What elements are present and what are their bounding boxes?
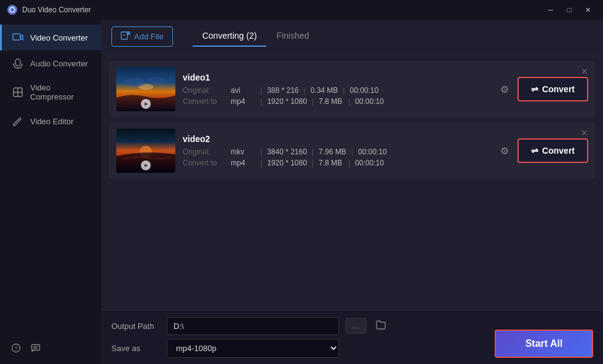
- minimize-button[interactable]: ─: [543, 4, 559, 16]
- convert-to-label-2: Convert to: [183, 159, 226, 167]
- main-layout: Video Converter Audio Converter Video: [0, 20, 603, 364]
- bottom-bar: Output Path ... Save as mp4-1080pmp4-720…: [102, 310, 603, 364]
- file1-duration: 00:00:10: [349, 86, 378, 95]
- file1-out-resolution: 1920 * 1080: [267, 97, 307, 106]
- file1-format: avi: [231, 86, 255, 95]
- tab-finished[interactable]: Finished: [266, 26, 319, 47]
- sidebar-item-video-compressor[interactable]: Video Compressor: [0, 76, 102, 108]
- convert-icon-1: ⇌: [531, 84, 538, 94]
- sidebar-label-video-converter: Video Converter: [30, 33, 88, 42]
- convert-label-1: Convert: [542, 84, 575, 94]
- file1-out-format: mp4: [231, 97, 255, 106]
- output-path-row: Output Path ...: [111, 317, 489, 335]
- play-button-video2[interactable]: ▶: [141, 160, 151, 170]
- settings-button-file1[interactable]: ⚙: [498, 81, 511, 98]
- thumbnail-video2: ▶: [116, 129, 175, 173]
- save-as-label: Save as: [111, 344, 161, 353]
- file1-info: video1 Original: avi | 388 * 216 | 0.34 …: [183, 73, 490, 106]
- audio-converter-icon: [12, 57, 24, 69]
- file2-format: mkv: [231, 148, 255, 156]
- file1-actions: ⚙ ⇌ Convert: [498, 77, 588, 101]
- file2-size: 7.96 MB: [319, 148, 346, 156]
- convert-button-file1[interactable]: ⇌ Convert: [517, 77, 588, 101]
- file2-out-resolution: 1920 * 1080: [267, 159, 307, 167]
- video-compressor-icon: [12, 86, 24, 98]
- file2-out-duration: 00:00:10: [355, 159, 384, 167]
- svg-rect-1: [13, 34, 20, 40]
- sidebar-item-audio-converter[interactable]: Audio Converter: [0, 50, 102, 76]
- svg-point-18: [124, 78, 146, 87]
- settings-button-file2[interactable]: ⚙: [498, 143, 511, 159]
- original-label-2: Original:: [183, 148, 226, 156]
- add-file-button[interactable]: Add File: [111, 26, 173, 47]
- file2-duration: 00:00:10: [358, 148, 387, 156]
- bottom-left: Output Path ... Save as mp4-1080pmp4-720…: [111, 317, 489, 358]
- file1-original-row: Original: avi | 388 * 216 | 0.34 MB | 00…: [183, 86, 490, 95]
- file2-original-row: Original: mkv | 3840 * 2160 | 7.96 MB | …: [183, 148, 490, 156]
- folder-button[interactable]: [373, 317, 389, 335]
- file1-out-duration: 00:00:10: [355, 97, 384, 106]
- convert-label-2: Convert: [542, 146, 575, 156]
- file1-size: 0.34 MB: [311, 86, 338, 95]
- close-button[interactable]: ✕: [580, 4, 596, 16]
- sidebar-label-video-compressor: Video Compressor: [30, 83, 92, 101]
- sidebar-bottom: ?: [0, 339, 102, 364]
- save-as-row: Save as mp4-1080pmp4-720pmp4-480pavi-108…: [111, 339, 489, 358]
- titlebar-left: Duo Video Converter: [7, 5, 91, 15]
- svg-rect-9: [32, 345, 40, 350]
- tabs: Converting (2) Finished: [193, 26, 319, 47]
- file1-name: video1: [183, 73, 490, 82]
- start-all-button[interactable]: Start All: [495, 330, 593, 358]
- list-item: ✕: [109, 61, 596, 117]
- svg-point-19: [147, 77, 166, 84]
- dots-button[interactable]: ...: [345, 318, 367, 334]
- window-controls: ─ □ ✕: [543, 4, 596, 16]
- sidebar-item-video-converter[interactable]: Video Converter: [0, 25, 102, 50]
- file2-name: video2: [183, 134, 490, 144]
- tab-converting[interactable]: Converting (2): [193, 26, 267, 47]
- convert-button-file2[interactable]: ⇌ Convert: [517, 138, 588, 163]
- close-file2-button[interactable]: ✕: [578, 127, 591, 138]
- file2-actions: ⚙ ⇌ Convert: [498, 138, 588, 163]
- file1-resolution: 388 * 216: [267, 86, 298, 95]
- svg-point-0: [10, 7, 15, 12]
- file1-out-size: 7.8 MB: [319, 97, 343, 106]
- sidebar-label-audio-converter: Audio Converter: [30, 59, 88, 68]
- sidebar-item-video-editor[interactable]: Video Editor: [0, 108, 102, 134]
- video-converter-icon: [12, 31, 24, 44]
- save-as-select[interactable]: mp4-1080pmp4-720pmp4-480pavi-1080pmkv-10…: [167, 339, 339, 358]
- add-file-icon: [121, 31, 130, 42]
- sidebar-label-video-editor: Video Editor: [30, 117, 74, 126]
- sidebar: Video Converter Audio Converter Video: [0, 20, 102, 364]
- file2-resolution: 3840 * 2160: [267, 148, 307, 156]
- list-item: ✕: [109, 122, 596, 179]
- file-list: ✕: [102, 53, 603, 310]
- convert-to-label-1: Convert to: [183, 97, 226, 106]
- file2-info: video2 Original: mkv | 3840 * 2160 | 7.9…: [183, 134, 490, 167]
- add-file-label: Add File: [134, 32, 164, 41]
- feedback-button[interactable]: [27, 339, 44, 357]
- video-editor-icon: [12, 115, 24, 127]
- output-path-label: Output Path: [111, 322, 161, 331]
- content-area: Add File Converting (2) Finished ✕: [102, 20, 603, 364]
- svg-rect-2: [15, 59, 20, 66]
- output-path-input[interactable]: [167, 317, 339, 335]
- thumbnail-video1: ▶: [116, 67, 175, 111]
- file2-convert-row: Convert to mp4 | 1920 * 1080 | 7.8 MB | …: [183, 159, 490, 167]
- svg-text:?: ?: [14, 346, 17, 352]
- file2-out-format: mp4: [231, 159, 255, 167]
- app-title: Duo Video Converter: [22, 6, 91, 14]
- titlebar: Duo Video Converter ─ □ ✕: [0, 0, 603, 20]
- file1-convert-row: Convert to mp4 | 1920 * 1080 | 7.8 MB | …: [183, 97, 490, 106]
- file2-out-size: 7.8 MB: [319, 159, 343, 167]
- convert-icon-2: ⇌: [531, 146, 538, 156]
- original-label-1: Original:: [183, 86, 226, 95]
- app-logo: [7, 5, 17, 15]
- toolbar: Add File Converting (2) Finished: [102, 20, 603, 53]
- help-button[interactable]: ?: [7, 339, 25, 357]
- play-button-video1[interactable]: ▶: [141, 99, 151, 109]
- maximize-button[interactable]: □: [561, 4, 577, 16]
- close-file1-button[interactable]: ✕: [578, 66, 591, 77]
